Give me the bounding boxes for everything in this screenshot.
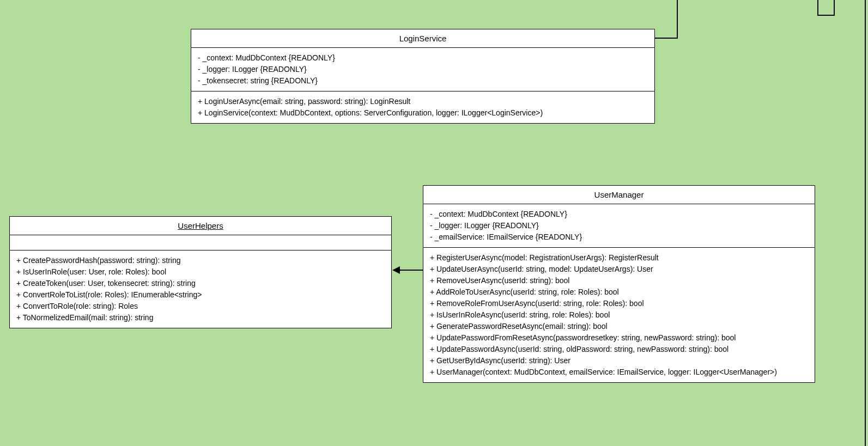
connector-loginservice-out-v <box>677 0 678 39</box>
class-name-loginservice: LoginService <box>399 34 447 43</box>
attributes-usermanager: - _context: MudDbContext {READONLY} - _l… <box>423 204 815 248</box>
method-item: + RemoveUserAsync(userId: string): bool <box>430 275 808 286</box>
method-item: + IsUserInRole(user: User, role: Roles):… <box>16 266 385 278</box>
method-item: + UpdateUserAsync(userId: string, model:… <box>430 264 808 275</box>
attribute-item: - _logger: ILogger {READONLY} <box>198 64 648 75</box>
method-item: + CreatePasswordHash(password: string): … <box>16 255 385 266</box>
connector-far-right-vertical <box>865 0 866 446</box>
method-item: + CreateToken(user: User, tokensecret: s… <box>16 278 385 289</box>
methods-loginservice: + LoginUserAsync(email: string, password… <box>191 91 654 123</box>
method-item: + RegisterUserAsync(model: RegistrationU… <box>430 252 808 264</box>
class-title-loginservice: LoginService <box>191 29 654 48</box>
method-item: + GeneratePasswordResetAsync(email: stri… <box>430 321 808 332</box>
connector-loginservice-out-h <box>655 38 678 39</box>
connector-right-edge-right <box>834 0 835 16</box>
connector-right-edge-left <box>817 0 818 16</box>
class-title-userhelpers: UserHelpers <box>10 217 391 235</box>
attribute-item: - _context: MudDbContext {READONLY} <box>430 209 808 220</box>
methods-usermanager: + RegisterUserAsync(model: RegistrationU… <box>423 248 815 382</box>
class-userhelpers: UserHelpers + CreatePasswordHash(passwor… <box>9 216 392 328</box>
attributes-userhelpers <box>10 235 391 251</box>
method-item: + UpdatePasswordAsync(userId: string, ol… <box>430 344 808 355</box>
method-item: + RemoveRoleFromUserAsync(userId: string… <box>430 298 808 309</box>
connector-usermanager-userhelpers <box>399 270 423 271</box>
method-item: + ConvertRoleToList(role: Roles): IEnume… <box>16 289 385 301</box>
method-item: + IsUserInRoleAsync(userId: string, role… <box>430 309 808 321</box>
connector-right-edge-bottom <box>817 15 835 16</box>
method-item: + UserManager(context: MudDbContext, ema… <box>430 366 808 378</box>
attribute-item: - _logger: ILogger {READONLY} <box>430 220 808 231</box>
class-usermanager: UserManager - _context: MudDbContext {RE… <box>423 185 815 383</box>
class-loginservice: LoginService - _context: MudDbContext {R… <box>191 29 655 124</box>
method-item: + UpdatePasswordFromResetAsync(passwordr… <box>430 332 808 344</box>
attribute-item: - _tokensecret: string {READONLY} <box>198 75 648 87</box>
method-item: + LoginUserAsync(email: string, password… <box>198 96 648 107</box>
method-item: + ToNormelizedEmail(mail: string): strin… <box>16 312 385 323</box>
class-name-userhelpers: UserHelpers <box>178 221 223 230</box>
attribute-item: - _context: MudDbContext {READONLY} <box>198 52 648 64</box>
method-item: + ConvertToRole(role: string): Roles <box>16 301 385 312</box>
attribute-item: - _emailService: IEmailService {READONLY… <box>430 231 808 243</box>
class-name-usermanager: UserManager <box>594 190 644 199</box>
method-item: + GetUserByIdAsync(userId: string): User <box>430 355 808 366</box>
method-item: + AddRoleToUserAsync(userId: string, rol… <box>430 286 808 298</box>
method-item: + LoginService(context: MudDbContext, op… <box>198 107 648 119</box>
arrowhead-usermanager-userhelpers <box>392 266 400 274</box>
methods-userhelpers: + CreatePasswordHash(password: string): … <box>10 251 391 328</box>
class-title-usermanager: UserManager <box>423 186 815 204</box>
attributes-loginservice: - _context: MudDbContext {READONLY} - _l… <box>191 48 654 91</box>
